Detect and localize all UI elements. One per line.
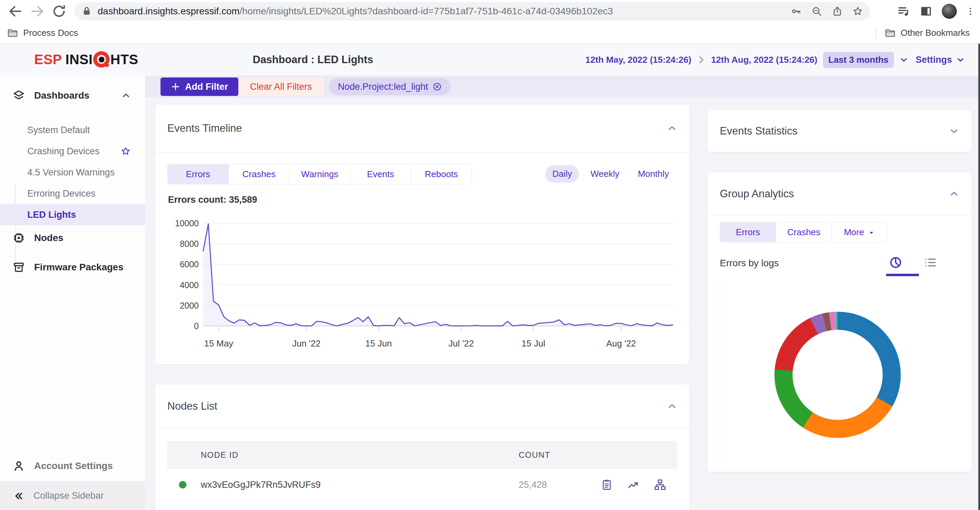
granularity-daily[interactable]: Daily (545, 165, 579, 183)
tab-label: Errors (186, 169, 210, 180)
ga-tab-errors[interactable]: Errors (720, 222, 776, 242)
tab-errors[interactable]: Errors (168, 164, 228, 184)
tab-label: Reboots (425, 169, 458, 180)
sidebar-item-nodes[interactable]: Nodes (0, 228, 145, 248)
filter-chip[interactable]: Node.Project:led_light (329, 78, 451, 95)
pie-chart-icon[interactable] (889, 256, 902, 269)
sitemap-icon[interactable] (654, 478, 667, 491)
tab-events[interactable]: Events (350, 164, 411, 184)
svg-text:6000: 6000 (180, 259, 199, 269)
list-view-icon[interactable] (924, 256, 937, 269)
forward-icon[interactable] (29, 3, 45, 19)
svg-text:4000: 4000 (180, 280, 199, 290)
filter-chip-label: Node.Project:led_light (338, 82, 428, 92)
sidebar-nodes-label: Nodes (34, 232, 64, 243)
logo-esp: ESP (34, 52, 62, 67)
esp-insights-logo[interactable]: ESPINSIHTS (34, 51, 138, 68)
address-bar[interactable]: dashboard.insights.espressif.com/home/in… (75, 2, 870, 21)
svg-text:15 Jul: 15 Jul (522, 338, 545, 348)
sidebar-firmware-label: Firmware Packages (34, 262, 124, 273)
nodes-list-header: Nodes List (155, 384, 689, 428)
date-range[interactable]: 12th May, 2022 (15:24:26) 12th Aug, 2022… (585, 44, 908, 76)
events-statistics-title: Events Statistics (720, 125, 797, 137)
settings-menu[interactable]: Settings (915, 44, 965, 76)
playlist-icon[interactable] (897, 5, 910, 18)
share-icon[interactable] (832, 6, 843, 17)
chevron-up-icon[interactable] (121, 91, 131, 100)
logo-hts: HTS (110, 52, 138, 67)
date-from[interactable]: 12th May, 2022 (15:24:26) (585, 55, 691, 65)
events-timeline-header: Events Timeline (155, 105, 689, 152)
active-view-underline (886, 274, 919, 276)
tab-warnings[interactable]: Warnings (289, 164, 350, 184)
chevron-down-icon[interactable] (899, 55, 908, 64)
add-filter-button[interactable]: Add Filter (161, 78, 238, 96)
svg-text:Jun '22: Jun '22 (292, 338, 321, 348)
table-row[interactable]: wx3vEoGgJPk7Rn5JvRUFs925,428 (167, 469, 677, 500)
chevron-right-icon (697, 55, 706, 64)
other-bookmarks[interactable]: Other Bookmarks (885, 27, 970, 39)
tab-label: Events (367, 169, 395, 180)
column-count: COUNT (519, 450, 550, 460)
sidebar-item-4-5-version-warnings[interactable]: 4.5 Version Warnings (0, 162, 145, 183)
close-circle-icon[interactable] (432, 82, 442, 92)
star-outline-icon[interactable] (121, 146, 131, 156)
group-analytics-card: Group Analytics ErrorsCrashesMore Errors… (708, 172, 972, 472)
chevron-up-icon[interactable] (667, 123, 677, 133)
clear-all-filters-button[interactable]: Clear All Filters (238, 78, 324, 96)
tab-crashes[interactable]: Crashes (228, 164, 289, 184)
svg-text:Aug '22: Aug '22 (606, 338, 636, 348)
sidebar-item-erroring-devices[interactable]: Erroring Devices (0, 183, 145, 204)
sidebar-item-crashing-devices[interactable]: Crashing Devices (0, 141, 145, 162)
group-analytics-title: Group Analytics (720, 188, 794, 200)
divider (708, 215, 972, 215)
chevron-up-icon[interactable] (667, 401, 677, 411)
sidebar-item-label: System Default (27, 125, 90, 135)
bookmark-process-docs[interactable]: Process Docs (7, 27, 78, 39)
sidebar-dashboards-label: Dashboards (34, 90, 89, 101)
kebab-menu-icon[interactable] (966, 5, 975, 18)
chevron-up-icon[interactable] (949, 189, 959, 199)
sidebar-item-system-default[interactable]: System Default (0, 119, 145, 141)
group-analytics-tabs: ErrorsCrashesMore (720, 222, 888, 242)
nodes-list-title: Nodes List (167, 400, 217, 412)
ga-tab-crashes[interactable]: Crashes (776, 222, 832, 242)
filter-bar: Add Filter Clear All Filters Node.Projec… (145, 76, 980, 98)
star-icon[interactable] (852, 6, 863, 17)
sidebar-item-led-lights[interactable]: LED Lights (0, 204, 145, 225)
node-id[interactable]: wx3vEoGgJPk7Rn5JvRUFs9 (201, 480, 321, 490)
range-preset-badge[interactable]: Last 3 months (823, 52, 894, 68)
panel-icon[interactable] (919, 5, 933, 18)
collapse-sidebar-button[interactable]: Collapse Sidebar (0, 481, 145, 510)
layers-icon (12, 89, 25, 102)
sidebar-item-firmware-packages[interactable]: Firmware Packages (0, 257, 145, 278)
events-timeline-card: Events Timeline ErrorsCrashesWarningsEve… (155, 105, 689, 364)
sidebar-item-account-settings[interactable]: Account Settings (0, 456, 145, 476)
back-icon[interactable] (8, 3, 23, 19)
granularity-monthly[interactable]: Monthly (631, 165, 676, 183)
tab-label: Warnings (301, 169, 338, 180)
zoom-out-icon[interactable] (811, 6, 822, 17)
url-text[interactable]: dashboard.insights.espressif.com/home/in… (98, 6, 791, 17)
chevron-down-icon[interactable] (949, 126, 959, 136)
column-node-id: NODE ID (201, 450, 239, 460)
bookmark-label: Process Docs (23, 28, 78, 38)
reload-icon[interactable] (51, 3, 67, 19)
divider (155, 152, 689, 153)
collapse-icon (13, 491, 24, 502)
errors-timeline-chart[interactable]: 020004000600080001000015 MayJun '2215 Ju… (167, 215, 679, 356)
tab-label: Crashes (242, 169, 275, 180)
sidebar: Dashboards System DefaultCrashing Device… (0, 76, 145, 510)
avatar[interactable] (942, 4, 957, 19)
svg-text:15 May: 15 May (204, 338, 233, 348)
plot-edge (720, 283, 720, 466)
granularity-weekly[interactable]: Weekly (584, 165, 626, 183)
date-to[interactable]: 12th Aug, 2022 (15:24:26) (711, 55, 818, 65)
key-icon[interactable] (791, 6, 802, 17)
clipboard-icon[interactable] (600, 478, 613, 491)
tab-reboots[interactable]: Reboots (411, 164, 472, 184)
status-dot (179, 481, 186, 488)
trend-icon[interactable] (627, 478, 640, 491)
sidebar-item-dashboards[interactable]: Dashboards (0, 85, 145, 106)
ga-tab-more[interactable]: More (832, 222, 887, 242)
